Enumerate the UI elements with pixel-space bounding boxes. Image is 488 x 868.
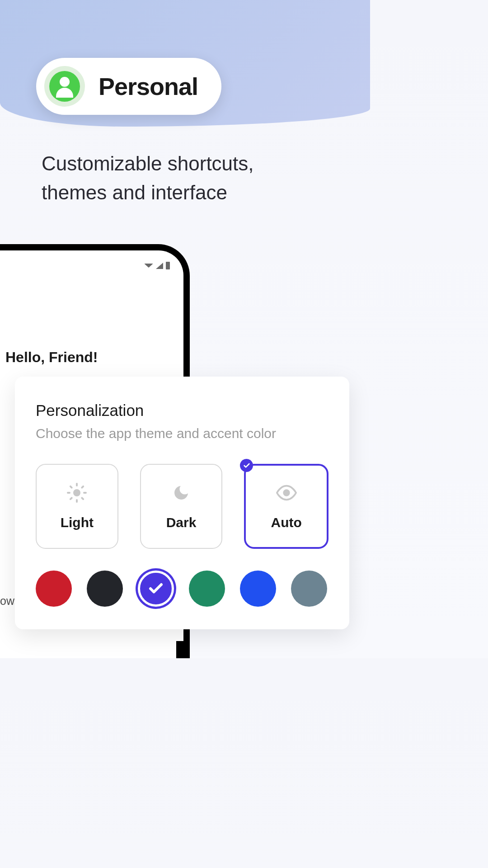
theme-label-auto: Auto bbox=[271, 515, 302, 530]
check-icon bbox=[148, 580, 164, 597]
theme-option-auto[interactable]: Auto bbox=[244, 464, 328, 549]
status-bar bbox=[144, 262, 170, 269]
color-options-row bbox=[36, 571, 328, 607]
color-swatch-grey[interactable] bbox=[291, 571, 327, 607]
theme-option-dark[interactable]: Dark bbox=[140, 464, 223, 549]
person-icon-container bbox=[44, 66, 85, 107]
wifi-icon bbox=[144, 264, 153, 268]
phone-bottom-fragment bbox=[176, 641, 190, 658]
page-subtitle: Customizable shortcuts,themes and interf… bbox=[42, 149, 254, 207]
card-subtitle: Choose the app theme and accent color bbox=[36, 426, 328, 441]
check-badge-icon bbox=[240, 459, 253, 472]
svg-point-0 bbox=[73, 489, 80, 496]
theme-label-dark: Dark bbox=[166, 515, 197, 530]
moon-icon bbox=[170, 482, 192, 503]
theme-option-light[interactable]: Light bbox=[36, 464, 118, 549]
signal-icon bbox=[156, 263, 163, 269]
color-swatch-blue[interactable] bbox=[240, 571, 276, 607]
svg-line-3 bbox=[70, 486, 72, 488]
battery-icon bbox=[166, 262, 170, 269]
svg-line-8 bbox=[82, 486, 84, 488]
card-title: Personalization bbox=[36, 401, 328, 420]
color-swatch-purple[interactable] bbox=[138, 571, 174, 607]
personal-badge: Personal bbox=[36, 58, 221, 115]
personalization-card: Personalization Choose the app theme and… bbox=[15, 377, 349, 629]
eye-icon bbox=[275, 482, 298, 503]
color-swatch-red[interactable] bbox=[36, 571, 72, 607]
theme-label-light: Light bbox=[61, 515, 94, 530]
sun-icon bbox=[66, 482, 88, 503]
personal-label: Personal bbox=[99, 72, 198, 100]
svg-line-7 bbox=[70, 498, 72, 499]
person-icon bbox=[49, 71, 80, 102]
color-swatch-green[interactable] bbox=[189, 571, 225, 607]
svg-line-4 bbox=[82, 498, 84, 499]
theme-options-row: Light Dark Auto bbox=[36, 464, 328, 549]
greeting-text: Hello, Friend! bbox=[5, 349, 98, 366]
svg-point-9 bbox=[284, 490, 289, 495]
color-swatch-black[interactable] bbox=[87, 571, 123, 607]
